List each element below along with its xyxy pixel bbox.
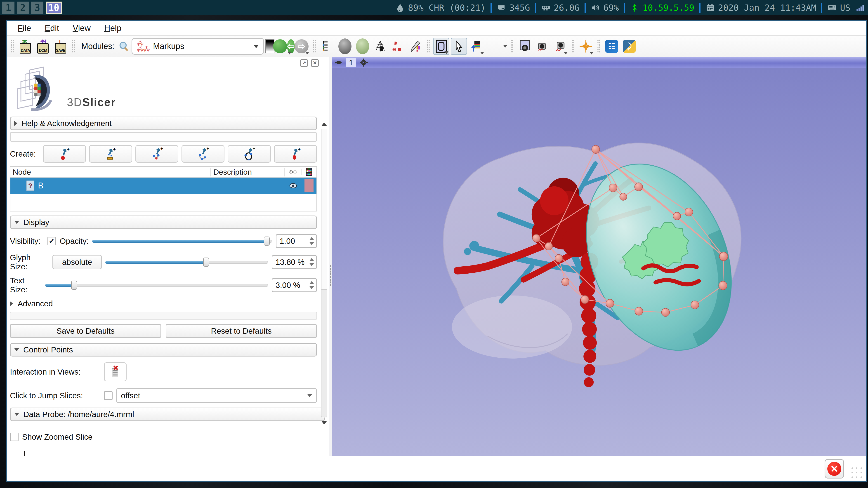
show-zoomed-slice-checkbox[interactable] [10, 433, 19, 441]
glyph-size-spinbox[interactable]: 13.80 % [272, 255, 317, 269]
module-selector-combobox[interactable]: ⁂⁂⁂ Markups [131, 38, 264, 55]
interaction-views-button[interactable] [104, 362, 127, 381]
history-back-button[interactable]: ⇦ [276, 38, 292, 55]
load-dicom-button[interactable]: ⇅DCM [35, 38, 51, 55]
create-line-button[interactable]: + [89, 145, 132, 163]
text-size-slider[interactable] [45, 281, 268, 290]
create-point-list-button[interactable]: + [43, 145, 86, 163]
models-button[interactable] [372, 38, 388, 55]
reset-to-defaults-button[interactable]: Reset to Defaults [166, 324, 317, 338]
toolbar-drag-handle[interactable] [571, 39, 575, 53]
data-probe-section-header[interactable]: Data Probe: /home/aure/4.mrml [10, 408, 325, 421]
save-button[interactable]: ⤓SAVE [53, 38, 69, 55]
extra-dropdown-arrow-icon[interactable] [503, 45, 507, 48]
toolbar-drag-handle[interactable] [11, 39, 14, 53]
toolbar-drag-handle[interactable] [313, 39, 316, 53]
workspace-10-active[interactable]: 10 [46, 2, 62, 14]
save-to-defaults-button[interactable]: Save to Defaults [10, 324, 161, 338]
scene-view-save-button[interactable] [534, 38, 551, 55]
menu-view[interactable]: View [66, 23, 97, 34]
spin-down-icon[interactable] [309, 263, 314, 266]
spin-up-icon[interactable] [309, 281, 314, 284]
mouse-interaction-button[interactable] [451, 38, 467, 55]
node-color-swatch[interactable] [305, 180, 313, 192]
layout-menu-arrow-icon[interactable] [444, 51, 448, 54]
description-column-header[interactable]: Description [211, 168, 285, 176]
panel-scrollbar[interactable] [320, 120, 328, 427]
pin-icon[interactable] [334, 58, 343, 67]
annotations-button[interactable] [407, 38, 424, 55]
jump-slices-mode-combobox[interactable]: offset [116, 388, 317, 403]
workspace-3[interactable]: 3 [31, 2, 43, 14]
panel-float-button[interactable]: ↗ [300, 59, 308, 67]
crosshair-button[interactable] [578, 38, 594, 55]
advanced-row[interactable]: Advanced [10, 299, 317, 308]
eye-icon[interactable] [289, 183, 297, 188]
panel-close-button[interactable]: ✕ [311, 59, 319, 67]
workspace-1[interactable]: 1 [2, 2, 14, 14]
spin-down-icon[interactable] [309, 242, 314, 245]
display-section-header[interactable]: Display [10, 216, 317, 229]
back-menu-arrow-icon[interactable] [287, 52, 291, 55]
colors-menu-arrow-icon[interactable] [480, 52, 484, 55]
help-acknowledgement-section[interactable]: Help & Acknowledgement [10, 117, 317, 130]
toolbar-drag-handle[interactable] [510, 39, 514, 53]
speaker-icon [591, 3, 600, 12]
color-column-header[interactable] [302, 168, 316, 176]
toolbar-drag-handle[interactable] [427, 39, 430, 53]
volume-rendering-button[interactable] [337, 38, 353, 55]
glyph-size-mode-button[interactable]: absolute [53, 255, 102, 269]
menu-file[interactable]: File [11, 23, 37, 34]
history-forward-button[interactable]: ⇨ [293, 38, 310, 55]
menu-edit[interactable]: Edit [38, 23, 66, 34]
glyph-size-slider[interactable] [105, 258, 268, 267]
clock-status: 2020 Jan 24 11:43AM [706, 3, 816, 13]
threed-scene[interactable] [332, 68, 866, 456]
screenshot-button[interactable] [517, 38, 533, 55]
layout-selector-button[interactable] [433, 38, 450, 55]
battery-text: 89% CHR (00:21) [408, 3, 486, 13]
scroll-down-button[interactable] [320, 419, 328, 427]
resize-grip-icon[interactable] [850, 466, 864, 480]
node-row-selected[interactable]: ? B [10, 177, 316, 194]
view-options-gear-icon[interactable] [359, 58, 368, 67]
toolbar-drag-handle[interactable] [72, 39, 75, 53]
spin-up-icon[interactable] [309, 237, 314, 240]
create-angle-button[interactable]: + [135, 145, 178, 163]
load-data-button[interactable]: ⤒DATA [17, 38, 33, 55]
scene-view-restore-button[interactable] [552, 38, 568, 55]
splitter-handle-icon [330, 265, 331, 287]
scroll-up-button[interactable] [320, 120, 328, 128]
segmentation-button[interactable] [354, 38, 371, 55]
create-fiducial-button[interactable]: + [274, 145, 317, 163]
opacity-spinbox[interactable]: 1.00 [276, 234, 317, 248]
node-column-header[interactable]: Node [10, 168, 211, 176]
panel-splitter[interactable] [329, 57, 332, 456]
spin-down-icon[interactable] [309, 286, 314, 289]
scene-view-menu-arrow-icon[interactable] [564, 52, 568, 55]
text-size-spinbox[interactable]: 3.00 % [272, 278, 317, 292]
error-dismiss-button[interactable]: ✕ [825, 459, 844, 479]
markups-toolbar-button[interactable] [390, 38, 406, 55]
menu-help[interactable]: Help [98, 23, 128, 34]
scroll-thumb[interactable] [321, 289, 327, 417]
separator [491, 3, 492, 13]
control-points-section-header[interactable]: Control Points [10, 343, 317, 357]
opacity-slider[interactable] [92, 236, 272, 246]
jump-slices-checkbox[interactable] [104, 391, 113, 400]
python-console-button[interactable]: ⤸ [621, 38, 638, 55]
create-open-curve-button[interactable]: + [182, 145, 224, 163]
create-closed-curve-button[interactable]: + [228, 145, 271, 163]
toolbar-drag-handle[interactable] [597, 39, 600, 53]
visibility-column-header[interactable] [285, 169, 302, 175]
crosshair-menu-arrow-icon[interactable] [590, 52, 594, 55]
visibility-checkbox[interactable]: ✓ [48, 237, 56, 246]
forward-menu-arrow-icon[interactable] [305, 52, 309, 55]
module-search-icon[interactable] [118, 40, 130, 53]
colors-module-button[interactable] [468, 38, 485, 55]
extensions-manager-button[interactable]: ☷ [603, 38, 620, 55]
workspace-2[interactable]: 2 [17, 2, 29, 14]
subject-hierarchy-button[interactable] [319, 38, 336, 55]
jump-slices-mode-value: offset [121, 391, 140, 400]
spin-up-icon[interactable] [309, 258, 314, 261]
